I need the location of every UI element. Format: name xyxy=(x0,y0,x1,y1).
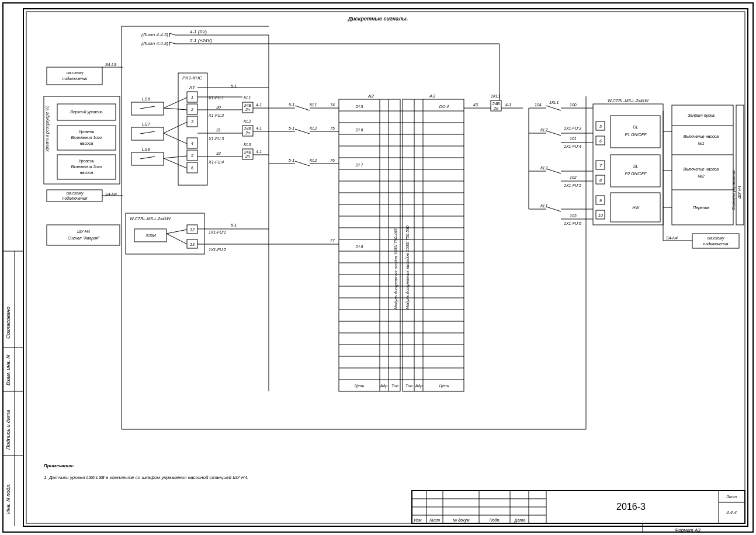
svg-text:LS8: LS8 xyxy=(142,147,151,152)
svg-line-61 xyxy=(164,133,187,144)
svg-text:4-1: 4-1 xyxy=(256,126,262,130)
bus-24v: 5-1 (+24V) xyxy=(190,38,212,43)
svg-text:Цепь: Цепь xyxy=(355,384,365,388)
svg-text:W-CTRL-MS-L-2x4kW: W-CTRL-MS-L-2x4kW xyxy=(130,217,171,221)
svg-text:24В: 24В xyxy=(492,102,500,106)
svg-text:XT: XT xyxy=(189,85,196,90)
svg-text:6: 6 xyxy=(191,166,193,170)
svg-line-58 xyxy=(164,98,187,108)
svg-text:KL2: KL2 xyxy=(244,119,251,123)
svg-text:Изм.: Изм. xyxy=(414,518,423,522)
diagram-title: Дискретные сигналы. xyxy=(348,16,408,22)
svg-text:Лист: Лист xyxy=(429,518,440,522)
svg-line-161 xyxy=(295,129,310,134)
svg-text:KL1: KL1 xyxy=(244,96,251,100)
svg-text:5-1: 5-1 xyxy=(231,223,237,227)
scheme-ref-box xyxy=(47,67,102,85)
sheet-ref1: (Лист 4.4.3) xyxy=(141,32,168,37)
svg-text:SSM: SSM xyxy=(145,233,156,238)
svg-line-167 xyxy=(295,161,310,166)
svg-text:KL2: KL2 xyxy=(540,128,548,132)
svg-text:S4-H4: S4-H4 xyxy=(666,236,678,240)
svg-text:24В: 24В xyxy=(244,150,252,154)
svg-text:насоса: насоса xyxy=(80,171,93,175)
svg-text:W-CTRL-MS-L-2x4kW: W-CTRL-MS-L-2x4kW xyxy=(608,99,649,103)
svg-text:DI 6: DI 6 xyxy=(356,128,363,132)
notes-header: Примечания: xyxy=(44,463,74,468)
svg-text:1: 1 xyxy=(191,95,193,99)
svg-text:KL2: KL2 xyxy=(310,126,317,130)
modules: A2 A3 DI 5 DI 6 DI 7 DI 8 DO 4 Модуль ди… xyxy=(339,93,464,391)
svg-line-101 xyxy=(167,234,187,244)
svg-text:2п: 2п xyxy=(245,154,250,158)
svg-text:75: 75 xyxy=(330,126,335,130)
svg-text:X1-FU:3: X1-FU:3 xyxy=(208,137,224,141)
svg-text:№ докум.: № докум. xyxy=(453,518,471,523)
svg-text:Модуль дискретных входов 1600/: Модуль дискретных входов 1600/ 750-465 xyxy=(394,228,398,310)
svg-text:24В: 24В xyxy=(244,103,252,107)
svg-rect-32 xyxy=(131,102,164,115)
svg-text:3: 3 xyxy=(191,120,193,124)
svg-rect-2 xyxy=(26,12,745,523)
svg-text:43: 43 xyxy=(473,103,478,107)
svg-text:подключения: подключения xyxy=(63,77,88,81)
stamp-strip: Согласовано Взам. инв. N Подпись и дата … xyxy=(3,251,23,526)
svg-text:2п: 2п xyxy=(245,131,250,135)
format-label: Формат А3 xyxy=(675,527,700,533)
svg-text:5-1: 5-1 xyxy=(289,103,294,107)
svg-text:1X1-FU:2: 1X1-FU:2 xyxy=(209,248,226,252)
stamp-vzam: Взам. инв. N xyxy=(5,355,11,385)
s4-ls-link: S4-LS xyxy=(105,62,117,67)
din-wires: 5-1 KL174 5-1 KL275 5-1 KL276 xyxy=(269,103,339,166)
title-block: Изм. Лист № докум. Подп. Дата 2016-3 Лис… xyxy=(412,491,745,523)
svg-text:6: 6 xyxy=(599,139,602,143)
stamp-sogl: Согласовано xyxy=(5,307,11,339)
drawing: Согласовано Взам. инв. N Подпись и дата … xyxy=(0,0,756,535)
svg-text:Перелив: Перелив xyxy=(693,206,709,210)
svg-line-100 xyxy=(167,230,187,234)
svg-text:№1: №1 xyxy=(698,141,705,145)
svg-text:PK1-КНС: PK1-КНС xyxy=(182,75,202,81)
svg-rect-1 xyxy=(23,9,748,526)
svg-text:P2 ON/OFF: P2 ON/OFF xyxy=(625,172,647,176)
svg-text:Адр: Адр xyxy=(415,384,423,388)
svg-text:HW: HW xyxy=(632,206,640,210)
right-contacts: 104 1KL1100 KL2 1X1-FU:3 101 1X1-FU:4 KL… xyxy=(529,100,593,225)
svg-text:1KL1: 1KL1 xyxy=(491,94,500,98)
svg-line-155 xyxy=(295,106,310,110)
svg-text:100: 100 xyxy=(570,103,577,107)
svg-line-63 xyxy=(164,158,187,168)
svg-text:KL3: KL3 xyxy=(540,166,548,170)
svg-text:DI 7: DI 7 xyxy=(356,163,364,167)
svg-text:8: 8 xyxy=(599,178,602,182)
svg-text:A2: A2 xyxy=(367,93,374,99)
svg-text:101: 101 xyxy=(570,137,577,141)
svg-text:76: 76 xyxy=(330,158,335,162)
svg-line-181 xyxy=(546,106,561,110)
svg-text:LS6: LS6 xyxy=(142,96,151,102)
svg-text:Включения 2ого: Включения 2ого xyxy=(71,165,102,169)
svg-text:KL1: KL1 xyxy=(310,103,317,107)
svg-text:74: 74 xyxy=(330,103,335,107)
svg-text:4: 4 xyxy=(191,141,193,145)
svg-text:2016-3: 2016-3 xyxy=(616,502,646,512)
svg-text:Адр: Адр xyxy=(380,384,388,388)
svg-text:A3: A3 xyxy=(429,93,435,99)
svg-text:№2: №2 xyxy=(698,174,705,178)
svg-text:Подп.: Подп. xyxy=(490,518,501,522)
svg-text:77: 77 xyxy=(330,238,335,242)
bus-0v: 4-1 (0V) xyxy=(190,29,207,34)
svg-text:2п: 2п xyxy=(245,107,250,112)
svg-text:Цепь: Цепь xyxy=(439,384,449,388)
svg-text:9: 9 xyxy=(599,199,602,203)
svg-rect-230 xyxy=(736,105,744,225)
svg-text:Модуль дискретных выходов 1600: Модуль дискретных выходов 1600/ 750-530 xyxy=(405,225,410,310)
svg-rect-108 xyxy=(339,99,400,391)
svg-text:Запрет пуска: Запрет пуска xyxy=(688,113,715,118)
svg-text:Тип: Тип xyxy=(405,384,412,388)
svg-text:2: 2 xyxy=(190,107,193,112)
svg-rect-224 xyxy=(611,155,660,187)
svg-text:KL3: KL3 xyxy=(244,143,251,147)
svg-line-62 xyxy=(164,156,187,158)
svg-line-195 xyxy=(546,169,561,173)
